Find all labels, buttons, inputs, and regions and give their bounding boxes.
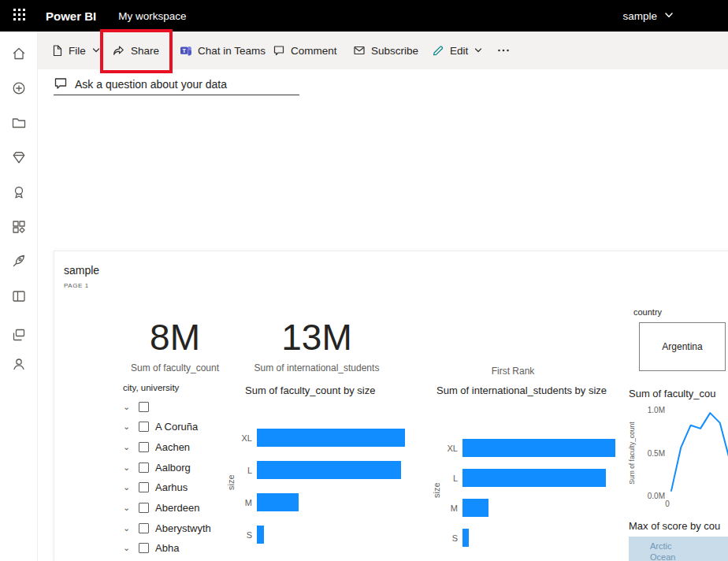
my-workspace-icon[interactable] [11, 356, 27, 372]
bar[interactable] [462, 499, 488, 517]
bar[interactable] [257, 493, 299, 511]
bar-track [257, 429, 408, 447]
chevron-down-icon[interactable]: ⌄ [123, 442, 133, 452]
country-slicer-header: country [633, 307, 662, 317]
bar-chart-2-axis-label: size [432, 477, 441, 498]
create-icon[interactable] [11, 80, 27, 96]
file-button[interactable]: File [50, 32, 101, 69]
share-button-label: Share [131, 45, 159, 57]
powerbi-brand: Power BI [46, 9, 96, 23]
bar[interactable] [257, 429, 405, 447]
bar-category-label: M [444, 503, 462, 513]
bar-track [462, 529, 618, 547]
deployment-pipelines-icon[interactable] [11, 253, 27, 269]
bar[interactable] [462, 529, 469, 547]
bar-row: XL [444, 439, 618, 457]
slicer-row[interactable]: ⌄Abha [123, 541, 241, 555]
bar-chart-1: XLLMS [238, 429, 408, 558]
chevron-down-icon [663, 9, 674, 23]
chevron-down-icon[interactable]: ⌄ [123, 543, 133, 553]
chat-in-teams-label: Chat in Teams [198, 45, 266, 57]
chevron-down-icon[interactable]: ⌄ [123, 482, 133, 492]
checkbox[interactable] [139, 402, 149, 412]
learn-icon[interactable] [11, 288, 27, 304]
page-label: PAGE 1 [64, 282, 89, 289]
chat-in-teams-button[interactable]: T Chat in Teams [180, 32, 266, 69]
slicer-row[interactable]: ⌄Aberdeen [123, 500, 241, 515]
chevron-down-icon[interactable]: ⌄ [123, 503, 133, 513]
chevron-down-icon [474, 46, 483, 54]
slicer-row[interactable]: ⌄A Coruña [123, 420, 241, 434]
slicer-row[interactable]: ⌄Aachen [123, 440, 241, 454]
checkbox[interactable] [139, 503, 149, 513]
checkbox[interactable] [139, 523, 149, 533]
chevron-down-icon[interactable]: ⌄ [123, 523, 133, 533]
pencil-icon [432, 44, 444, 57]
data-hub-icon[interactable] [11, 150, 27, 165]
subscribe-button-label: Subscribe [371, 45, 418, 57]
report-selector-dropdown[interactable]: sample [622, 0, 674, 32]
bar-chart-2: XLLMS [444, 439, 618, 559]
chevron-down-icon[interactable]: ⌄ [123, 422, 133, 432]
slicer-item-label[interactable]: Abha [155, 542, 179, 554]
map-visual: Arctic Ocean [629, 537, 728, 561]
bar[interactable] [257, 526, 264, 544]
line-chart-plot [670, 407, 728, 497]
slicer-item-label[interactable]: Aarhus [155, 481, 188, 493]
comment-button[interactable]: Comment [273, 32, 337, 69]
checkbox[interactable] [139, 543, 149, 553]
qa-prompt-text: Ask a question about your data [75, 78, 227, 91]
chevron-down-icon[interactable]: ⌄ [123, 463, 133, 473]
home-icon[interactable] [11, 46, 27, 61]
country-slicer-tile[interactable]: Argentina [639, 322, 726, 371]
checkbox[interactable] [139, 422, 149, 432]
workspaces-icon[interactable] [11, 327, 27, 343]
kpi-card-international-students: 13M Sum of international_students [226, 316, 407, 373]
share-button[interactable]: Share [112, 32, 159, 69]
app-launcher-button[interactable] [0, 0, 38, 32]
metrics-icon[interactable] [11, 184, 27, 200]
slicer-item-label[interactable]: Aberdeen [155, 502, 199, 514]
slicer-row[interactable]: ⌄Aberystwyth [123, 521, 241, 535]
kpi-value: 13M [226, 316, 407, 359]
qa-input[interactable]: Ask a question about your data [54, 74, 299, 95]
chevron-down-icon[interactable]: ⌄ [123, 402, 133, 412]
slicer-item-label[interactable]: Aalborg [155, 462, 191, 474]
teams-icon: T [180, 44, 192, 57]
subscribe-button[interactable]: Subscribe [353, 32, 418, 69]
slicer-item-label[interactable]: Aachen [155, 441, 190, 453]
report-toolbar: File Share T Chat in Teams Comment [38, 32, 728, 69]
slicer-row[interactable]: ⌄Aalborg [123, 460, 241, 474]
map-chart-title: Max of score by cou [629, 520, 728, 532]
report-title: sample [64, 264, 99, 277]
bar-row: M [444, 499, 618, 517]
bar[interactable] [462, 439, 615, 457]
apps-icon[interactable] [11, 219, 27, 235]
line-chart-y-axis-label: Sum of faculty_count [628, 406, 636, 500]
bar[interactable] [257, 461, 401, 479]
slicer-item-label[interactable]: A Coruña [155, 421, 198, 433]
edit-button[interactable]: Edit [432, 32, 483, 69]
breadcrumb-my-workspace[interactable]: My workspace [118, 10, 186, 22]
share-icon [112, 44, 125, 57]
bar[interactable] [462, 469, 606, 487]
line-chart-title: Sum of faculty_cou [629, 388, 728, 399]
checkbox[interactable] [139, 482, 149, 492]
checkbox[interactable] [139, 463, 149, 473]
bar-category-label: M [238, 498, 257, 507]
line-chart-ytick: 0.0M [638, 492, 665, 500]
edit-button-label: Edit [450, 45, 468, 57]
bar-row: S [238, 526, 408, 544]
bar-row: XL [238, 429, 408, 447]
bar-chart-2-title: Sum of international_students by size [436, 384, 624, 397]
line-chart-svg [670, 407, 728, 497]
checkbox[interactable] [139, 442, 149, 452]
bar-row: S [444, 529, 618, 547]
folder-icon[interactable] [11, 115, 27, 131]
more-options-button[interactable] [496, 32, 511, 69]
slicer-item-label[interactable]: Aberystwyth [155, 522, 211, 534]
report-selector-label: sample [622, 10, 657, 22]
slicer-row[interactable]: ⌄Aarhus [123, 481, 241, 495]
slicer-row[interactable]: ⌄ [123, 399, 241, 414]
bar-chart-1-title: Sum of faculty_count by size [245, 384, 410, 397]
